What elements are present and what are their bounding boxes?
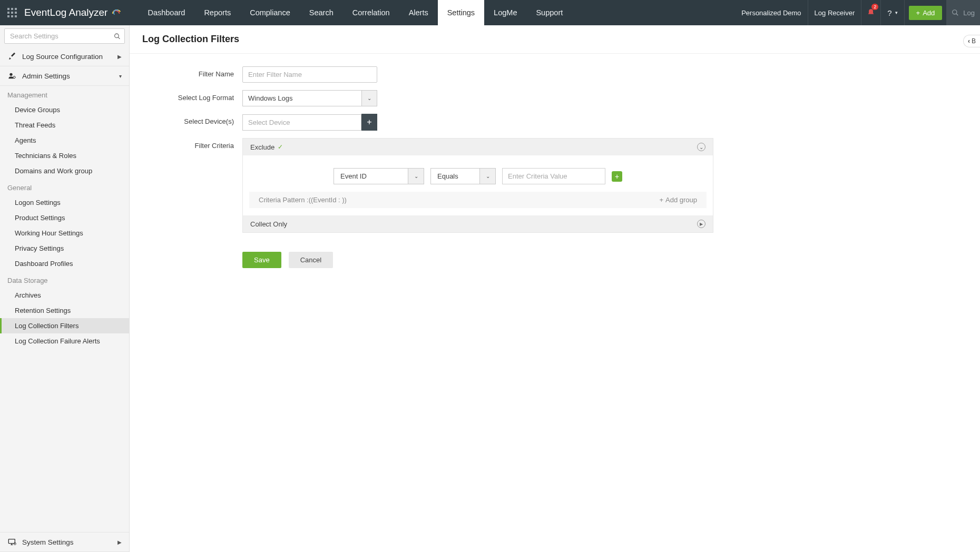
chevron-down-icon: ⌄ — [361, 90, 377, 106]
exclude-header[interactable]: Exclude ✓ ⌄ — [243, 139, 713, 155]
notifications-icon[interactable]: 2 — [861, 0, 881, 25]
logo-swirl-icon — [111, 7, 122, 18]
exclude-label: Exclude — [250, 143, 275, 151]
add-device-button[interactable]: + — [361, 114, 377, 131]
sidebar-item-archives[interactable]: Archives — [0, 288, 129, 303]
monitor-icon — [7, 537, 17, 547]
sidebar-item-working-hour[interactable]: Working Hour Settings — [0, 225, 129, 241]
collapse-icon: ⌄ — [697, 143, 705, 151]
check-icon: ✓ — [278, 143, 283, 151]
sidebar-item-device-groups[interactable]: Device Groups — [0, 102, 129, 117]
nav-reports[interactable]: Reports — [194, 0, 240, 25]
sidebar-item-dashboard-profiles[interactable]: Dashboard Profiles — [0, 256, 129, 271]
nav-compliance[interactable]: Compliance — [240, 0, 300, 25]
svg-point-5 — [13, 76, 15, 78]
sidebar-search-input[interactable] — [4, 28, 125, 44]
admin-icon — [7, 71, 17, 81]
sidebar-group-storage: Data Storage — [0, 271, 129, 288]
svg-point-2 — [115, 34, 119, 38]
criteria-pattern-value: ((EventId : )) — [309, 196, 347, 204]
sidebar-section-log-source[interactable]: Log Source Configuration ▶ — [0, 47, 129, 66]
sidebar-item-retention[interactable]: Retention Settings — [0, 303, 129, 318]
criteria-pattern-bar: Criteria Pattern : ((EventId : )) + Add … — [249, 192, 707, 208]
save-button[interactable]: Save — [242, 252, 281, 268]
help-menu[interactable]: ? ▾ — [881, 0, 904, 25]
apps-launcher-icon[interactable] — [0, 8, 24, 17]
sidebar-search — [4, 28, 125, 44]
sidebar-item-privacy[interactable]: Privacy Settings — [0, 241, 129, 256]
global-search[interactable]: Log — [946, 0, 980, 25]
cancel-button[interactable]: Cancel — [289, 252, 333, 268]
criteria-operator-value: Equals — [430, 168, 480, 184]
criteria-value-input[interactable] — [502, 168, 605, 184]
app-logo: EventLog Analyzer — [24, 7, 138, 18]
back-button[interactable]: ‹ B — [963, 35, 980, 47]
nav-dashboard[interactable]: Dashboard — [138, 0, 194, 25]
sidebar-item-failure-alerts[interactable]: Log Collection Failure Alerts — [0, 333, 129, 349]
criteria-label: Filter Criteria — [142, 138, 242, 150]
log-receiver-link[interactable]: Log Receiver — [808, 0, 862, 25]
criteria-pattern-prefix: Criteria Pattern : — [259, 196, 309, 204]
search-icon[interactable] — [114, 33, 121, 40]
svg-point-4 — [9, 73, 12, 76]
sidebar-group-general: General — [0, 179, 129, 195]
sidebar-item-technicians[interactable]: Technicians & Roles — [0, 148, 129, 163]
sidebar-item-product[interactable]: Product Settings — [0, 210, 129, 225]
nav-alerts[interactable]: Alerts — [399, 0, 438, 25]
content-area: Log Collection Filters ‹ B Filter Name S… — [130, 25, 980, 552]
chevron-right-icon: ▶ — [117, 539, 122, 545]
log-format-select[interactable]: Windows Logs ⌄ — [242, 90, 377, 106]
sidebar-item-agents[interactable]: Agents — [0, 133, 129, 148]
add-label: Add — [923, 9, 935, 17]
sidebar-group-management: Management — [0, 86, 129, 102]
main-nav: Dashboard Reports Compliance Search Corr… — [138, 0, 572, 25]
expand-icon: ▶ — [697, 220, 705, 228]
criteria-field-value: Event ID — [334, 168, 408, 184]
chevron-right-icon: ▶ — [117, 54, 122, 60]
collect-only-header[interactable]: Collect Only ▶ — [243, 215, 713, 232]
nav-settings[interactable]: Settings — [438, 0, 484, 25]
svg-line-3 — [118, 37, 120, 38]
plus-icon: + — [367, 117, 371, 127]
sidebar-section-label: Log Source Configuration — [22, 53, 103, 61]
sidebar-item-logon[interactable]: Logon Settings — [0, 195, 129, 210]
nav-search[interactable]: Search — [300, 0, 343, 25]
help-label: ? — [887, 8, 891, 17]
nav-support[interactable]: Support — [526, 0, 572, 25]
nav-logme[interactable]: LogMe — [484, 0, 526, 25]
sidebar-item-threat-feeds[interactable]: Threat Feeds — [0, 117, 129, 133]
chevron-left-icon: ‹ — [968, 37, 970, 45]
add-group-button[interactable]: + Add group — [659, 196, 697, 204]
chevron-down-icon: ▾ — [119, 73, 122, 79]
svg-line-1 — [956, 14, 958, 16]
add-button[interactable]: + Add — [909, 6, 943, 20]
app-name: EventLog Analyzer — [24, 7, 107, 18]
svg-point-0 — [953, 10, 957, 14]
log-format-label: Select Log Format — [142, 90, 242, 102]
plus-icon: + — [659, 196, 663, 204]
sidebar-section-admin[interactable]: Admin Settings ▾ — [0, 66, 129, 86]
svg-rect-6 — [8, 539, 15, 544]
search-icon — [952, 9, 959, 16]
add-criteria-button[interactable]: + — [612, 171, 622, 182]
sidebar-item-log-collection-filters[interactable]: Log Collection Filters — [0, 318, 129, 333]
log-format-value: Windows Logs — [242, 90, 361, 106]
personalized-demo-link[interactable]: Personalized Demo — [735, 0, 808, 25]
nav-correlation[interactable]: Correlation — [343, 0, 399, 25]
plus-icon: + — [615, 172, 619, 181]
device-label: Select Device(s) — [142, 114, 242, 125]
tools-icon — [7, 52, 17, 61]
filter-name-label: Filter Name — [142, 66, 242, 78]
search-placeholder: Log — [963, 9, 975, 17]
collect-only-label: Collect Only — [250, 220, 287, 228]
page-title: Log Collection Filters — [130, 25, 980, 54]
device-input[interactable] — [242, 114, 361, 131]
filter-name-input[interactable] — [242, 66, 377, 83]
add-group-label: Add group — [665, 196, 697, 204]
sidebar-section-system[interactable]: System Settings ▶ — [0, 532, 129, 552]
plus-icon: + — [916, 9, 920, 17]
criteria-field-select[interactable]: Event ID ⌄ — [334, 168, 424, 184]
criteria-operator-select[interactable]: Equals ⌄ — [430, 168, 496, 184]
sidebar-item-domains[interactable]: Domains and Work group — [0, 163, 129, 179]
notification-badge: 2 — [871, 4, 878, 10]
